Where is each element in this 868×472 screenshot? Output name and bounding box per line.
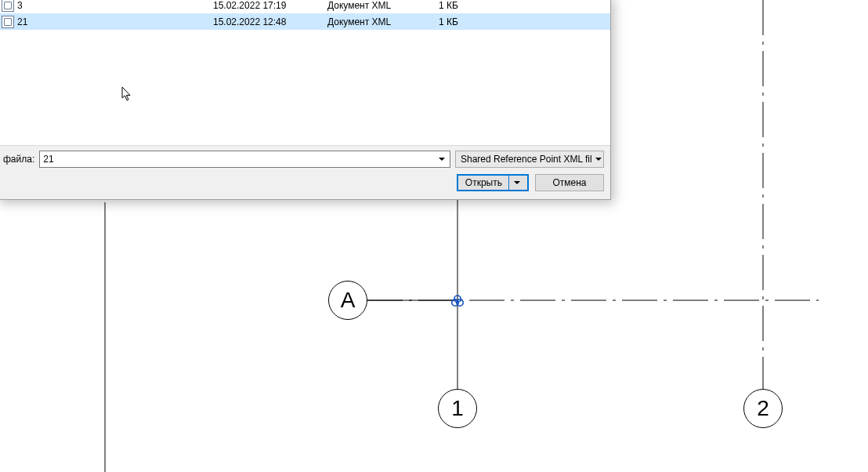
- file-list[interactable]: 315.02.2022 17:19Документ XML1 КБ2115.02…: [0, 0, 610, 145]
- grid-bubble-A[interactable]: А: [328, 281, 367, 320]
- file-row[interactable]: 315.02.2022 17:19Документ XML1 КБ: [0, 0, 610, 13]
- file-date: 15.02.2022 17:19: [213, 0, 327, 11]
- open-button[interactable]: Открыть: [457, 174, 529, 191]
- file-name: 3: [17, 0, 213, 11]
- xml-file-icon: [2, 0, 14, 12]
- open-file-dialog: 315.02.2022 17:19Документ XML1 КБ2115.02…: [0, 0, 611, 200]
- shared-point-marker[interactable]: [450, 294, 465, 308]
- file-row[interactable]: 2115.02.2022 12:48Документ XML1 КБ: [0, 13, 610, 30]
- filename-dropdown-icon[interactable]: [436, 152, 448, 166]
- chevron-down-icon: [595, 158, 602, 161]
- open-button-split[interactable]: [508, 175, 520, 191]
- file-type-filter-value: Shared Reference Point XML fil: [461, 154, 595, 165]
- filename-label: файла:: [3, 154, 34, 165]
- chevron-down-icon: [514, 181, 520, 184]
- file-date: 15.02.2022 12:48: [213, 16, 327, 27]
- grid-bubble-2[interactable]: 2: [743, 389, 783, 428]
- open-button-label: Открыть: [465, 177, 502, 188]
- file-type-filter[interactable]: Shared Reference Point XML fil: [455, 151, 604, 168]
- cancel-button[interactable]: Отмена: [535, 174, 604, 191]
- cancel-button-label: Отмена: [552, 177, 586, 188]
- file-size: 1 КБ: [439, 0, 470, 11]
- dialog-bottom-panel: файла: 21 Shared Reference Point XML fil…: [0, 145, 610, 199]
- file-type: Документ XML: [327, 0, 439, 11]
- file-size: 1 КБ: [439, 16, 470, 27]
- file-name: 21: [17, 16, 213, 27]
- chevron-down-icon: [439, 158, 445, 161]
- filename-value: 21: [43, 154, 436, 165]
- xml-file-icon: [2, 16, 14, 28]
- filename-input[interactable]: 21: [39, 151, 450, 168]
- grid-bubble-1[interactable]: 1: [438, 389, 477, 428]
- file-type: Документ XML: [327, 16, 439, 27]
